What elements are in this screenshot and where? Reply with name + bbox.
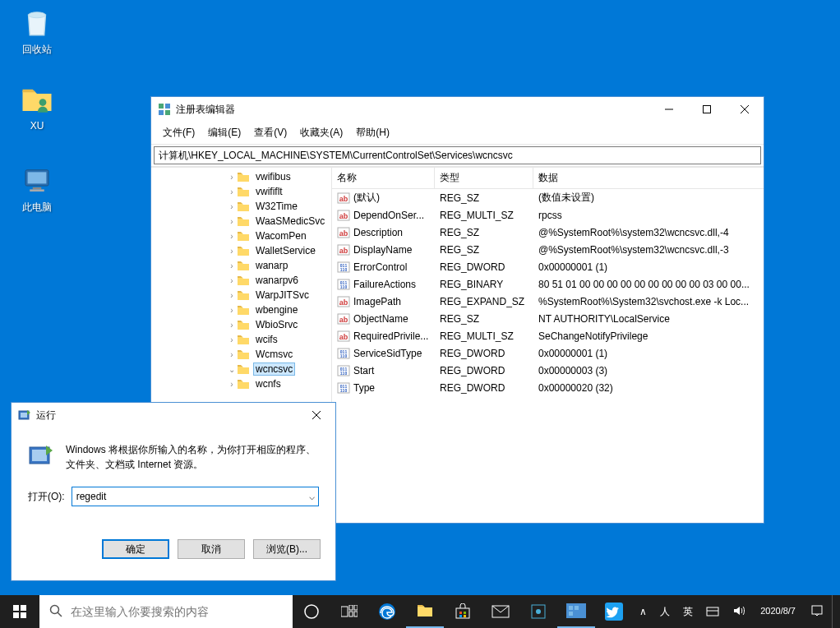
tree-item[interactable]: ›wbengine	[225, 302, 331, 317]
ok-button[interactable]: 确定	[102, 539, 169, 559]
tree-item[interactable]: ›WaaSMedicSvc	[225, 214, 331, 229]
svg-rect-70	[566, 603, 586, 618]
minimize-button[interactable]	[650, 97, 688, 122]
search-box[interactable]	[39, 595, 293, 628]
value-row[interactable]: abImagePathREG_EXPAND_SZ%SystemRoot%\Sys…	[332, 293, 764, 310]
run-input[interactable]	[72, 487, 319, 506]
value-type: REG_MULTI_SZ	[435, 210, 533, 221]
svg-rect-62	[456, 608, 469, 618]
tree-item[interactable]: ⌄wcncsvc	[225, 362, 331, 376]
value-type: REG_BINARY	[435, 279, 533, 290]
tray-chevron-icon[interactable]: ∧	[635, 606, 652, 617]
volume-icon[interactable]	[727, 604, 750, 620]
maximize-button[interactable]	[688, 97, 726, 122]
value-row[interactable]: abRequiredPrivile...REG_MULTI_SZSeChange…	[332, 327, 764, 344]
file-explorer-icon[interactable]	[406, 595, 444, 628]
value-row[interactable]: abDescriptionREG_SZ@%SystemRoot%\system3…	[332, 224, 764, 241]
network-icon[interactable]	[701, 604, 724, 620]
tree-item[interactable]: ›wanarp	[225, 258, 331, 273]
value-row[interactable]: 011110StartREG_DWORD0x00000003 (3)	[332, 362, 764, 379]
titlebar[interactable]: 注册表编辑器	[151, 97, 764, 122]
desktop-icon-recycle-bin[interactable]: 回收站	[8, 5, 66, 57]
value-name: DisplayName	[353, 244, 412, 256]
run-combobox[interactable]: ⌵	[72, 487, 319, 506]
value-row[interactable]: abDependOnSer...REG_MULTI_SZrpcss	[332, 206, 764, 224]
expander-icon[interactable]: ›	[227, 217, 237, 226]
clock[interactable]: 2020/8/7	[754, 606, 802, 616]
pinned-app-icon[interactable]	[595, 595, 633, 628]
value-row[interactable]: 011110TypeREG_DWORD0x00000020 (32)	[332, 379, 764, 396]
svg-rect-56	[341, 607, 348, 616]
col-header-type[interactable]: 类型	[435, 168, 533, 188]
regedit-taskbar-icon[interactable]	[557, 595, 595, 628]
expander-icon[interactable]: ›	[227, 335, 237, 344]
expander-icon[interactable]: ›	[227, 291, 237, 300]
expander-icon[interactable]: ⌄	[227, 365, 237, 374]
col-header-data[interactable]: 数据	[533, 168, 764, 188]
tree-item[interactable]: ›wanarpv6	[225, 273, 331, 288]
task-view-icon[interactable]	[330, 595, 368, 628]
search-input[interactable]	[71, 605, 283, 618]
value-type: REG_SZ	[435, 244, 533, 256]
mail-icon[interactable]	[482, 595, 519, 628]
edge-icon[interactable]	[368, 595, 406, 628]
tree-item[interactable]: ›vwifibus	[225, 169, 331, 184]
expander-icon[interactable]: ›	[227, 202, 237, 211]
desktop-icon-this-pc[interactable]: 此电脑	[8, 163, 66, 215]
cortana-icon[interactable]	[293, 595, 330, 628]
value-row[interactable]: ab(默认)REG_SZ(数值未设置)	[332, 189, 764, 206]
menu-item[interactable]: 文件(F)	[156, 123, 201, 142]
address-input[interactable]	[154, 146, 761, 164]
cancel-button[interactable]: 取消	[178, 539, 245, 559]
value-row[interactable]: abDisplayNameREG_SZ@%SystemRoot%\system3…	[332, 241, 764, 258]
expander-icon[interactable]: ›	[227, 187, 237, 196]
expander-icon[interactable]: ›	[227, 247, 237, 256]
expander-icon[interactable]: ›	[227, 173, 237, 182]
tree-item[interactable]: ›WarpJITSvc	[225, 288, 331, 302]
app-icon[interactable]	[519, 595, 557, 628]
folder-icon	[237, 215, 250, 227]
menu-item[interactable]: 查看(V)	[247, 123, 293, 142]
tree-item[interactable]: ›W32Time	[225, 199, 331, 214]
menu-item[interactable]: 编辑(E)	[201, 123, 247, 142]
svg-point-0	[29, 12, 46, 18]
col-header-name[interactable]: 名称	[332, 168, 435, 188]
svg-rect-66	[464, 615, 466, 617]
tree-item[interactable]: ›WbioSrvc	[225, 317, 331, 332]
expander-icon[interactable]: ›	[227, 350, 237, 359]
store-icon[interactable]	[444, 595, 482, 628]
tree-item[interactable]: ›Wcmsvc	[225, 347, 331, 362]
expander-icon[interactable]: ›	[227, 261, 237, 270]
expander-icon[interactable]: ›	[227, 232, 237, 241]
desktop-icon-user-folder[interactable]: XU	[8, 82, 66, 132]
tree-item[interactable]: ›WalletService	[225, 243, 331, 258]
list-header: 名称 类型 数据	[332, 168, 764, 189]
expander-icon[interactable]: ›	[227, 380, 237, 389]
string-value-icon: ab	[337, 295, 350, 308]
svg-text:ab: ab	[339, 316, 348, 324]
tree-item[interactable]: ›vwififlt	[225, 184, 331, 199]
ime-indicator-2[interactable]: 英	[678, 605, 698, 619]
menu-item[interactable]: 帮助(H)	[349, 123, 396, 142]
tree-item[interactable]: ›wcifs	[225, 332, 331, 347]
start-button[interactable]	[0, 595, 39, 628]
tree-item[interactable]: ›WacomPen	[225, 229, 331, 243]
expander-icon[interactable]: ›	[227, 306, 237, 315]
titlebar[interactable]: 运行	[12, 403, 335, 427]
window-title: 运行	[36, 409, 298, 423]
action-center-icon[interactable]	[805, 604, 828, 620]
value-row[interactable]: abObjectNameREG_SZNT AUTHORITY\LocalServ…	[332, 310, 764, 327]
close-button[interactable]	[298, 403, 335, 427]
show-desktop-button[interactable]	[832, 595, 837, 628]
expander-icon[interactable]: ›	[227, 276, 237, 285]
value-row[interactable]: 011110FailureActionsREG_BINARY80 51 01 0…	[332, 275, 764, 293]
value-row[interactable]: 011110ErrorControlREG_DWORD0x00000001 (1…	[332, 258, 764, 275]
menu-item[interactable]: 收藏夹(A)	[293, 123, 349, 142]
svg-rect-63	[459, 612, 462, 614]
close-button[interactable]	[726, 97, 764, 122]
expander-icon[interactable]: ›	[227, 321, 237, 330]
value-row[interactable]: 011110ServiceSidTypeREG_DWORD0x00000001 …	[332, 344, 764, 362]
ime-indicator-1[interactable]: 人	[655, 605, 675, 619]
browse-button[interactable]: 浏览(B)...	[253, 539, 321, 559]
tree-item[interactable]: ›wcnfs	[225, 376, 331, 391]
